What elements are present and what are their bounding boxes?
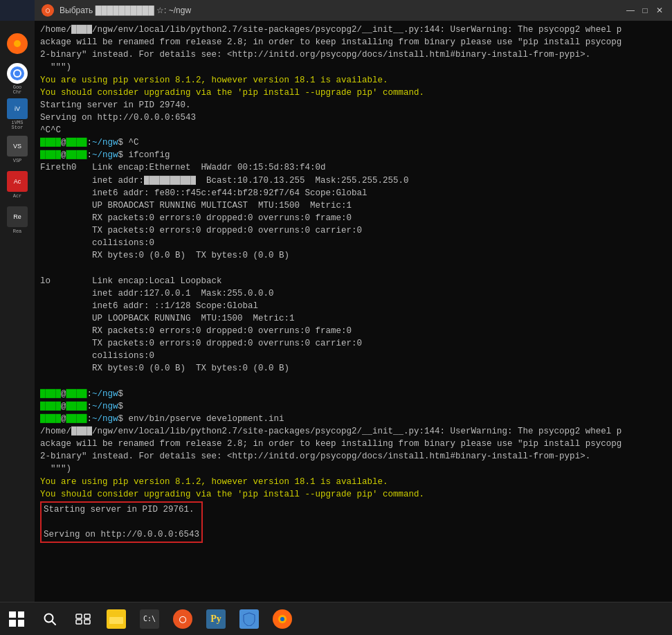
svg-line-6 bbox=[52, 621, 55, 625]
eth0-inet: inet addr:██████████ Bcast:10.170.13.255… bbox=[40, 175, 666, 187]
lo-flags: UP LOOPBACK RUNNING MTU:1500 Metric:1 bbox=[40, 312, 666, 325]
taskbar-fileexplorer-button[interactable] bbox=[100, 602, 133, 636]
eth0-tx: TX packets:0 errors:0 dropped:0 overruns… bbox=[40, 224, 666, 237]
eth0-rx: RX packets:0 errors:0 dropped:0 overruns… bbox=[40, 212, 666, 224]
sidebar-item-vsp[interactable]: VS VSP bbox=[1, 134, 33, 166]
folder-icon bbox=[107, 609, 126, 629]
iface-lo: lo Link encap:Local Loopback bbox=[40, 275, 666, 287]
prompt-line: ████@████:~/ngw$ ^C bbox=[40, 136, 666, 149]
ubuntu-taskbar-icon: ◯ bbox=[173, 609, 192, 629]
taskbar-search-button[interactable] bbox=[33, 602, 66, 636]
terminal-window: ◯ Выбрать ██████████ ☆: ~/ngw — □ ✕ /hom… bbox=[35, 0, 672, 602]
svg-rect-9 bbox=[76, 620, 82, 624]
output-line: 2-binary" instead. For details see: <htt… bbox=[40, 48, 666, 61]
output-line-pip: You are using pip version 8.1.2, however… bbox=[40, 74, 666, 87]
taskbar-terminal-button[interactable]: C:\ bbox=[133, 602, 166, 636]
desktop: GooChr iV iVMSStor VS VSP Ac Acr Re Rea … bbox=[0, 0, 672, 635]
svg-point-1 bbox=[14, 40, 21, 47]
output-line-pid: Starting server in PID 29740. bbox=[40, 99, 666, 111]
svg-rect-10 bbox=[84, 620, 90, 624]
sidebar-item-chrome[interactable]: GooChr bbox=[1, 63, 33, 95]
taskbar-firefox-button[interactable] bbox=[266, 602, 299, 636]
prompt-empty1: ████@████:~/ngw$ bbox=[40, 388, 666, 400]
python-icon: Py bbox=[206, 609, 226, 629]
prompt-empty2: ████@████:~/ngw$ bbox=[40, 400, 666, 413]
eth0-coll: collisions:0 bbox=[40, 237, 666, 249]
close-button[interactable]: ✕ bbox=[654, 5, 665, 16]
taskbar-start-button[interactable] bbox=[0, 602, 33, 636]
lo-bytes: RX bytes:0 (0.0 B) TX bytes:0 (0.0 B) bbox=[40, 362, 666, 375]
output-line2: /home/████/ngw/env/local/lib/python2.7/s… bbox=[40, 425, 666, 438]
shield-icon bbox=[239, 609, 259, 629]
sidebar-item-firefox[interactable] bbox=[1, 28, 33, 60]
svg-rect-8 bbox=[84, 614, 90, 618]
prompt-ifconfig: ████@████:~/ngw$ ifconfig bbox=[40, 149, 666, 161]
taskbar-python-button[interactable]: Py bbox=[199, 602, 233, 636]
terminal-icon: C:\ bbox=[140, 609, 159, 629]
svg-point-14 bbox=[280, 617, 284, 621]
taskbar-shield-button[interactable] bbox=[233, 602, 266, 636]
sidebar-item-rea[interactable]: Re Rea bbox=[1, 204, 33, 236]
lo-inet6: inet6 addr: ::1/128 Scope:Global bbox=[40, 300, 666, 312]
lo-rx: RX packets:0 errors:0 dropped:0 overruns… bbox=[40, 325, 666, 337]
taskview-icon bbox=[75, 614, 91, 625]
output-pip2: You are using pip version 8.1.2, however… bbox=[40, 476, 666, 488]
output-line5: """) bbox=[40, 463, 666, 475]
output-line-serve: Serving on http://0.0.0.0:6543 bbox=[40, 111, 666, 124]
lo-inet: inet addr:127.0.0.1 Mask:255.0.0.0 bbox=[40, 287, 666, 300]
prompt-pserve: ████@████:~/ngw$ env/bin/pserve developm… bbox=[40, 413, 666, 425]
taskbar: C:\ ◯ Py bbox=[0, 602, 672, 635]
minimize-button[interactable]: — bbox=[625, 5, 636, 16]
side-panel: GooChr iV iVMSStor VS VSP Ac Acr Re Rea bbox=[0, 21, 35, 602]
blank-line2 bbox=[40, 375, 666, 388]
terminal-titlebar: ◯ Выбрать ██████████ ☆: ~/ngw — □ ✕ bbox=[35, 0, 672, 21]
highlighted-serve: Serving on http://0.0.0.0:6543 bbox=[44, 528, 199, 541]
search-icon bbox=[43, 612, 57, 626]
highlighted-output: Starting server in PID 29761. Serving on… bbox=[40, 501, 203, 543]
iface-eth0: Fireth0 Link encap:Ethernet HWaddr 00:15… bbox=[40, 161, 666, 174]
firefox-icon bbox=[273, 609, 292, 629]
eth0-flags: UP BROADCAST RUNNING MULTICAST MTU:1500 … bbox=[40, 199, 666, 212]
svg-rect-11 bbox=[109, 617, 123, 624]
maximize-button[interactable]: □ bbox=[639, 5, 651, 16]
eth0-bytes: RX bytes:0 (0.0 B) TX bytes:0 (0.0 B) bbox=[40, 249, 666, 262]
output-line: """) bbox=[40, 61, 666, 73]
output-line: /home/████/ngw/env/local/lib/python2.7/s… bbox=[40, 24, 666, 36]
window-title: Выбрать ██████████ ☆: ~/ngw bbox=[60, 6, 191, 15]
lo-coll: collisions:0 bbox=[40, 350, 666, 362]
eth0-inet6: inet6 addr: fe80::f45c:ef44:bf28:92f7/64… bbox=[40, 187, 666, 199]
output-line4: 2-binary" instead. For details see: <htt… bbox=[40, 450, 666, 463]
lo-tx: TX packets:0 errors:0 dropped:0 overruns… bbox=[40, 337, 666, 350]
terminal-content[interactable]: /home/████/ngw/env/local/lib/python2.7/s… bbox=[35, 21, 672, 602]
sidebar-item-ivms[interactable]: iV iVMSStor bbox=[1, 98, 33, 130]
output-upgrade2: You should consider upgrading via the 'p… bbox=[40, 488, 666, 501]
output-line-upgrade: You should consider upgrading via the 'p… bbox=[40, 87, 666, 99]
ubuntu-icon: ◯ bbox=[42, 4, 54, 17]
svg-point-4 bbox=[15, 71, 20, 76]
highlighted-pid: Starting server in PID 29761. bbox=[44, 503, 199, 516]
taskbar-ubuntu-button[interactable]: ◯ bbox=[166, 602, 199, 636]
taskbar-taskview-button[interactable] bbox=[66, 602, 100, 636]
output-line: ackage will be renamed from release 2.8;… bbox=[40, 36, 666, 48]
output-line3: ackage will be renamed from release 2.8;… bbox=[40, 438, 666, 450]
blank-line bbox=[40, 262, 666, 274]
output-line-ctrl-c: ^C^C bbox=[40, 124, 666, 136]
sidebar-item-acr[interactable]: Ac Acr bbox=[1, 169, 33, 201]
svg-rect-7 bbox=[76, 614, 82, 618]
